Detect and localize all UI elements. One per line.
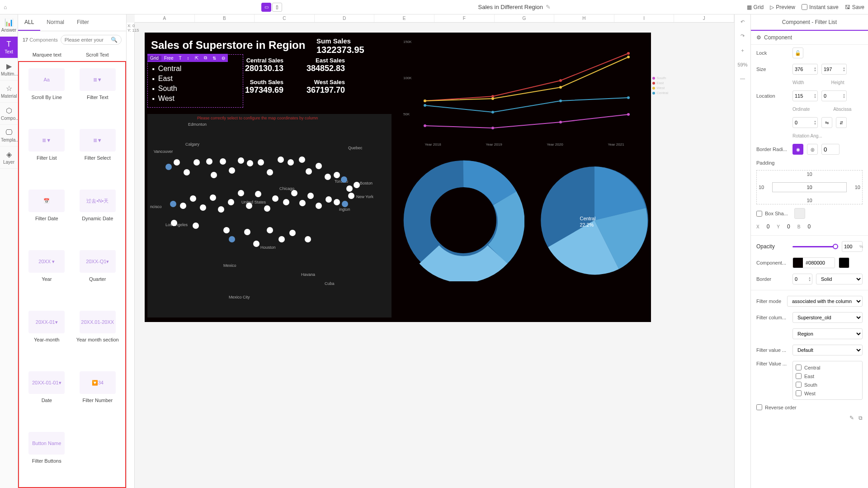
comp-item-dynamic-date[interactable]: 过去•N•天Dynamic Date bbox=[74, 185, 122, 243]
svg-point-9 bbox=[491, 97, 494, 100]
comp-scroll-text[interactable]: Scroll Text bbox=[74, 52, 121, 57]
filter-item-central[interactable]: Central bbox=[152, 64, 238, 74]
filter-opt-west[interactable] bbox=[796, 390, 802, 396]
padding-visual[interactable]: 10 10 10 10 10 bbox=[756, 170, 863, 204]
shadow-color[interactable] bbox=[794, 208, 805, 219]
filter-opt-east[interactable] bbox=[796, 373, 802, 379]
donut-chart-2: Central 22.2% bbox=[533, 159, 656, 281]
box-shadow-checkbox[interactable] bbox=[756, 211, 762, 217]
leftnav-multimedia[interactable]: ▶Multim... bbox=[0, 58, 18, 81]
device-desktop-button[interactable]: ▭ bbox=[261, 3, 271, 12]
svg-point-0 bbox=[424, 124, 426, 127]
leftnav-component[interactable]: ⬡Compo... bbox=[0, 103, 18, 125]
comp-item-year-month-section[interactable]: 20XX.01-20XXYear month section bbox=[74, 306, 122, 364]
line-chart: 150K 100K 50K Year 2018 Year 2019 Year 2… bbox=[402, 35, 646, 148]
comp-item-quarter[interactable]: 20XX-Q1▾Quarter bbox=[74, 246, 122, 303]
donut-chart-1 bbox=[402, 159, 524, 281]
border-radius-input[interactable] bbox=[821, 144, 840, 155]
leftnav-material[interactable]: ☆Material bbox=[0, 81, 18, 103]
opacity-slider[interactable] bbox=[793, 246, 838, 247]
filter-column-select[interactable]: Superstore_old bbox=[793, 312, 863, 323]
comp-item-year-month[interactable]: 20XX-01▾Year-month bbox=[23, 306, 71, 364]
component-color-input[interactable] bbox=[793, 257, 835, 268]
comp-item-date[interactable]: 20XX-01-01▾Date bbox=[23, 367, 71, 425]
reverse-order-checkbox[interactable] bbox=[756, 404, 762, 410]
tool-undo-icon[interactable]: ↶ bbox=[741, 19, 745, 25]
comp-item-filter-list[interactable]: ≣▼Filter List bbox=[23, 124, 71, 182]
filter-value-select[interactable]: Default bbox=[793, 345, 863, 355]
svg-point-8 bbox=[424, 99, 426, 102]
filter-opt-central[interactable] bbox=[796, 365, 802, 370]
lock-toggle[interactable]: 🔓 bbox=[793, 47, 803, 58]
dashboard-stage[interactable]: Sales of Superstore in Region Sum Sales … bbox=[145, 33, 651, 322]
toolbar-free[interactable]: Free bbox=[161, 56, 176, 61]
height-input[interactable]: ▲▼ bbox=[821, 64, 847, 75]
tool-minus-icon[interactable]: — bbox=[740, 76, 745, 81]
comp-item-year[interactable]: 20XX ▾Year bbox=[23, 246, 71, 303]
location-label: Location bbox=[756, 93, 789, 99]
grid-button[interactable]: ▦Grid bbox=[747, 4, 764, 10]
leftnav-answer[interactable]: 📊Answer bbox=[0, 14, 18, 37]
comp-item-filter-select[interactable]: ≣▼Filter Select bbox=[74, 124, 122, 182]
comp-item-filter-text[interactable]: ≣▼Filter Text bbox=[74, 64, 122, 122]
toolbar-link-icon[interactable]: ⇅ bbox=[210, 56, 219, 61]
tab-all[interactable]: ALL bbox=[18, 14, 40, 31]
comp-item-scroll-by-line[interactable]: AaScroll By Line bbox=[23, 64, 71, 122]
toolbar-align-icon[interactable]: ↕ bbox=[184, 56, 192, 61]
toolbar-text-icon[interactable]: T bbox=[176, 56, 184, 61]
toolbar-export-icon[interactable]: ⇱ bbox=[192, 56, 201, 61]
svg-point-17 bbox=[437, 194, 491, 247]
leftnav-template[interactable]: 🖵Templa... bbox=[0, 125, 18, 147]
filter-item-south[interactable]: South bbox=[152, 84, 238, 94]
edit-title-icon[interactable]: ✎ bbox=[546, 4, 551, 10]
svg-point-14 bbox=[559, 99, 562, 102]
panel-copy-icon[interactable]: ⧉ bbox=[859, 415, 863, 421]
comp-item-filter-number[interactable]: 🔽34Filter Number bbox=[74, 367, 122, 425]
radius-linked-button[interactable]: ◉ bbox=[793, 144, 803, 155]
opacity-input[interactable] bbox=[844, 244, 859, 249]
tab-normal[interactable]: Normal bbox=[40, 14, 71, 31]
tab-filter[interactable]: Filter bbox=[71, 14, 95, 31]
ordinate-input[interactable]: ▲▼ bbox=[793, 90, 818, 101]
width-input[interactable]: ▲▼ bbox=[793, 64, 818, 75]
abscissa-input[interactable]: ▲▼ bbox=[821, 90, 847, 101]
svg-point-10 bbox=[559, 86, 562, 89]
comp-item-filter-date[interactable]: 📅Filter Date bbox=[23, 185, 71, 243]
filter-item-east[interactable]: East bbox=[152, 74, 238, 84]
filter-column-select2[interactable]: Region bbox=[793, 328, 863, 339]
component-search[interactable]: 🔍 bbox=[61, 35, 122, 45]
panel-edit-icon[interactable]: ✎ bbox=[849, 415, 854, 421]
color-preview[interactable] bbox=[839, 257, 849, 268]
metric-east-sales: East Sales384852.83 bbox=[307, 57, 345, 73]
instant-save-toggle[interactable]: Instant save bbox=[802, 4, 839, 10]
border-width-input[interactable]: ▲▼ bbox=[793, 274, 812, 284]
toolbar-copy-icon[interactable]: ⧉ bbox=[201, 55, 210, 61]
svg-point-7 bbox=[627, 52, 630, 55]
leftnav-layer[interactable]: ◈Layer bbox=[0, 147, 18, 169]
prop-tab-component[interactable]: ⚙Component bbox=[751, 31, 868, 45]
comp-marquee-text[interactable]: Marquee text bbox=[24, 52, 71, 57]
radius-unlinked-button[interactable]: ◎ bbox=[807, 144, 818, 155]
search-input[interactable] bbox=[65, 37, 109, 43]
tool-redo-icon[interactable]: ↷ bbox=[741, 33, 745, 39]
flip-h-button[interactable]: ⇋ bbox=[821, 117, 832, 128]
tool-add-icon[interactable]: ＋ bbox=[740, 47, 745, 54]
save-button[interactable]: 🖫Save bbox=[845, 4, 864, 10]
toolbar-grid[interactable]: Grid bbox=[147, 56, 161, 61]
filter-mode-select[interactable]: associated with the column bbox=[787, 296, 863, 307]
flip-v-button[interactable]: ⇵ bbox=[836, 117, 847, 128]
app-icon: ⌂ bbox=[4, 4, 7, 10]
search-icon: 🔍 bbox=[111, 37, 118, 43]
rotation-input[interactable]: ▲▼ bbox=[793, 117, 818, 128]
border-style-select[interactable]: Solid bbox=[816, 274, 863, 284]
filter-opt-south[interactable] bbox=[796, 382, 802, 388]
leftnav-text[interactable]: TText bbox=[0, 37, 18, 58]
filter-item-west[interactable]: West bbox=[152, 94, 238, 104]
filter-list-component[interactable]: Grid Free T ↕ ⇱ ⧉ ⇅ ⊖ CentralEastSouthWe… bbox=[147, 54, 243, 108]
filter-mode-label: Filter mode bbox=[756, 298, 783, 304]
toolbar-delete-icon[interactable]: ⊖ bbox=[219, 56, 228, 61]
device-mobile-button[interactable]: ▯ bbox=[272, 3, 282, 12]
comp-item-filter-buttons[interactable]: Button NameFilter Buttons bbox=[23, 427, 71, 485]
preview-button[interactable]: ▷Preview bbox=[770, 4, 795, 10]
sum-sales-value: 1322373.95 bbox=[316, 45, 364, 55]
